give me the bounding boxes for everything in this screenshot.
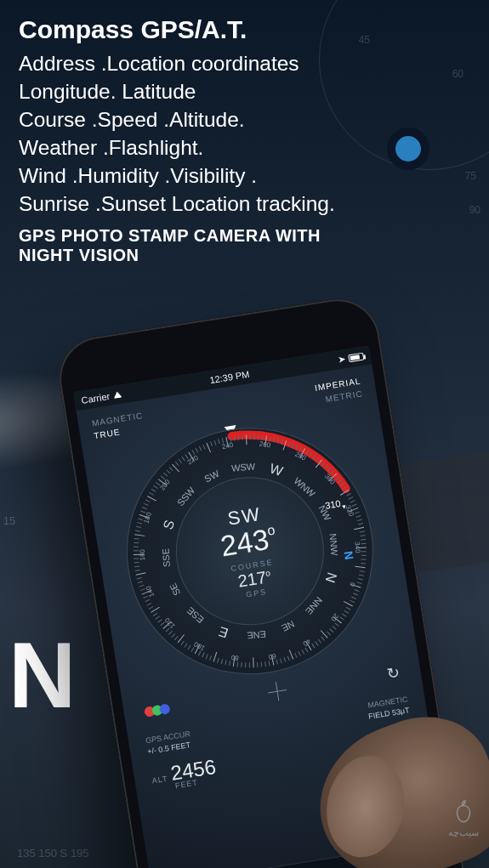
tab-map[interactable]: MAP: [238, 859, 330, 868]
promo-subtitle: NIGHT VISION: [19, 246, 472, 265]
promo-line: Wind .Humidity .Visibility .: [19, 162, 472, 190]
color-theme-button[interactable]: [144, 704, 168, 718]
cardinal-label: SSE: [160, 548, 172, 568]
compass-dial[interactable]: 0204060801001201401601802002202402602803…: [109, 410, 391, 692]
cardinal-label: ENE: [247, 629, 266, 641]
refresh-button[interactable]: ↻: [386, 663, 401, 684]
promo-subtitle: GPS PHOTO STAMP CAMERA WITH: [19, 226, 472, 246]
heading-degrees: 243o: [219, 523, 278, 560]
battery-icon: [348, 352, 364, 362]
promo-line: Weather .Flashlight.: [19, 133, 472, 162]
course-degrees: 217o: [236, 566, 272, 591]
magnetic-field-readout: MAGNETIC FIELD 53μT: [366, 694, 410, 721]
north-letter-background: N: [9, 621, 71, 729]
cardinal-label: NNW: [328, 533, 340, 556]
location-icon: ➤: [337, 354, 346, 366]
promo-line: Course .Speed .Altitude.: [19, 105, 472, 133]
promo-line: Longitude. Latitude: [19, 77, 472, 105]
carrier-label: Carrier: [81, 391, 111, 406]
units-toggle[interactable]: IMPERIAL METRIC: [314, 375, 364, 407]
promo-line: Address .Location coordinates: [19, 49, 472, 77]
gps-accuracy-readout: GPS ACCUR +/- 0.5 FEET: [145, 729, 192, 757]
promo-title: Compass GPS/A.T.: [19, 15, 472, 44]
north-type-toggle[interactable]: MAGNETIC TRUE: [91, 409, 146, 442]
wifi-icon: [112, 391, 122, 399]
cardinal-label: WSW: [231, 461, 256, 473]
crosshair-icon: [263, 677, 292, 706]
promo-text-block: Compass GPS/A.T. Address .Location coord…: [19, 15, 472, 265]
store-watermark: سیب‌چه: [448, 800, 479, 838]
clock-label: 12:39 PM: [209, 369, 250, 385]
promo-line: Sunrise .Sunset Location tracking.: [19, 190, 472, 218]
